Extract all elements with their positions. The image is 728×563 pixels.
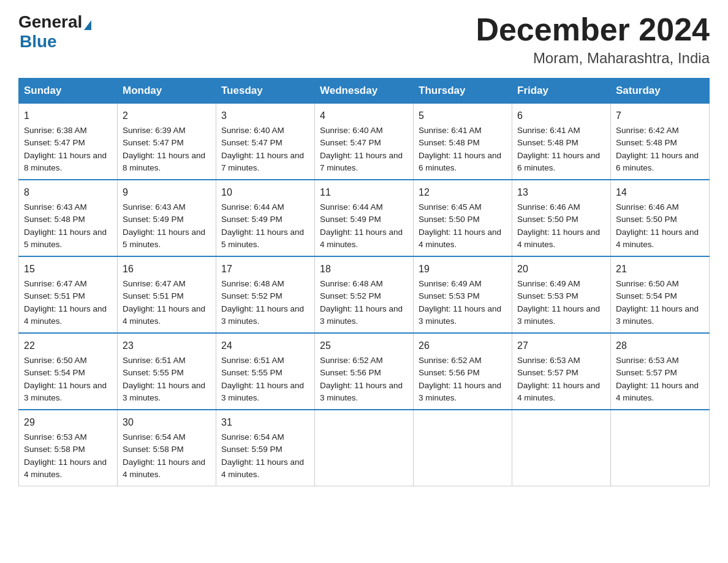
logo-general-text: General <box>18 12 82 32</box>
calendar-cell: 30Sunrise: 6:54 AMSunset: 5:58 PMDayligh… <box>118 410 216 486</box>
day-info: Sunrise: 6:51 AMSunset: 5:55 PMDaylight:… <box>221 354 309 404</box>
day-info: Sunrise: 6:48 AMSunset: 5:52 PMDaylight:… <box>221 278 309 327</box>
calendar-cell: 29Sunrise: 6:53 AMSunset: 5:58 PMDayligh… <box>19 410 118 486</box>
day-info: Sunrise: 6:54 AMSunset: 5:59 PMDaylight:… <box>221 431 309 481</box>
logo-triangle-icon <box>84 20 91 30</box>
day-info: Sunrise: 6:53 AMSunset: 5:57 PMDaylight:… <box>616 354 704 404</box>
day-number: 6 <box>517 109 605 123</box>
day-info: Sunrise: 6:52 AMSunset: 5:56 PMDaylight:… <box>419 354 507 404</box>
weekday-header-tuesday: Tuesday <box>216 79 315 104</box>
day-number: 3 <box>221 109 309 123</box>
weekday-header-monday: Monday <box>118 79 216 104</box>
day-number: 5 <box>419 109 507 123</box>
calendar-week-row: 15Sunrise: 6:47 AMSunset: 5:51 PMDayligh… <box>19 256 710 333</box>
calendar-cell: 3Sunrise: 6:40 AMSunset: 5:47 PMDaylight… <box>216 104 315 180</box>
day-info: Sunrise: 6:39 AMSunset: 5:47 PMDaylight:… <box>123 124 211 174</box>
day-number: 4 <box>320 109 408 123</box>
day-number: 28 <box>616 339 704 353</box>
calendar-cell: 13Sunrise: 6:46 AMSunset: 5:50 PMDayligh… <box>512 180 611 256</box>
calendar-cell: 31Sunrise: 6:54 AMSunset: 5:59 PMDayligh… <box>216 410 315 486</box>
day-number: 7 <box>616 109 704 123</box>
day-info: Sunrise: 6:43 AMSunset: 5:48 PMDaylight:… <box>24 201 112 251</box>
day-info: Sunrise: 6:53 AMSunset: 5:57 PMDaylight:… <box>517 354 605 404</box>
calendar-cell: 1Sunrise: 6:38 AMSunset: 5:47 PMDaylight… <box>19 104 118 180</box>
calendar-cell <box>414 410 512 486</box>
day-number: 19 <box>419 262 507 277</box>
calendar-cell: 23Sunrise: 6:51 AMSunset: 5:55 PMDayligh… <box>118 333 216 410</box>
calendar-cell: 21Sunrise: 6:50 AMSunset: 5:54 PMDayligh… <box>611 256 710 333</box>
day-info: Sunrise: 6:43 AMSunset: 5:49 PMDaylight:… <box>123 201 211 251</box>
calendar-cell: 4Sunrise: 6:40 AMSunset: 5:47 PMDaylight… <box>315 104 414 180</box>
day-info: Sunrise: 6:51 AMSunset: 5:55 PMDaylight:… <box>123 354 211 404</box>
calendar-table: SundayMondayTuesdayWednesdayThursdayFrid… <box>18 78 710 486</box>
day-info: Sunrise: 6:44 AMSunset: 5:49 PMDaylight:… <box>320 201 408 251</box>
calendar-cell: 25Sunrise: 6:52 AMSunset: 5:56 PMDayligh… <box>315 333 414 410</box>
day-number: 11 <box>320 185 408 200</box>
day-info: Sunrise: 6:40 AMSunset: 5:47 PMDaylight:… <box>221 124 309 174</box>
day-number: 9 <box>123 185 211 200</box>
calendar-cell: 27Sunrise: 6:53 AMSunset: 5:57 PMDayligh… <box>512 333 611 410</box>
day-info: Sunrise: 6:40 AMSunset: 5:47 PMDaylight:… <box>320 124 408 174</box>
day-number: 29 <box>24 415 112 430</box>
calendar-cell: 6Sunrise: 6:41 AMSunset: 5:48 PMDaylight… <box>512 104 611 180</box>
calendar-cell <box>315 410 414 486</box>
calendar-cell: 18Sunrise: 6:48 AMSunset: 5:52 PMDayligh… <box>315 256 414 333</box>
calendar-cell: 9Sunrise: 6:43 AMSunset: 5:49 PMDaylight… <box>118 180 216 256</box>
day-number: 31 <box>221 415 309 430</box>
day-number: 25 <box>320 339 408 353</box>
weekday-header-saturday: Saturday <box>611 79 710 104</box>
month-title: December 2024 <box>476 12 710 47</box>
day-info: Sunrise: 6:46 AMSunset: 5:50 PMDaylight:… <box>517 201 605 251</box>
calendar-cell: 7Sunrise: 6:42 AMSunset: 5:48 PMDaylight… <box>611 104 710 180</box>
calendar-cell: 11Sunrise: 6:44 AMSunset: 5:49 PMDayligh… <box>315 180 414 256</box>
calendar-cell: 10Sunrise: 6:44 AMSunset: 5:49 PMDayligh… <box>216 180 315 256</box>
weekday-header-friday: Friday <box>512 79 611 104</box>
day-info: Sunrise: 6:49 AMSunset: 5:53 PMDaylight:… <box>517 278 605 327</box>
calendar-cell: 17Sunrise: 6:48 AMSunset: 5:52 PMDayligh… <box>216 256 315 333</box>
day-number: 14 <box>616 185 704 200</box>
day-number: 22 <box>24 339 112 353</box>
logo: General Blue <box>18 12 91 52</box>
day-number: 27 <box>517 339 605 353</box>
day-number: 10 <box>221 185 309 200</box>
calendar-week-row: 22Sunrise: 6:50 AMSunset: 5:54 PMDayligh… <box>19 333 710 410</box>
day-info: Sunrise: 6:38 AMSunset: 5:47 PMDaylight:… <box>24 124 112 174</box>
day-info: Sunrise: 6:41 AMSunset: 5:48 PMDaylight:… <box>419 124 507 174</box>
calendar-cell: 5Sunrise: 6:41 AMSunset: 5:48 PMDaylight… <box>414 104 512 180</box>
calendar-cell: 28Sunrise: 6:53 AMSunset: 5:57 PMDayligh… <box>611 333 710 410</box>
day-number: 12 <box>419 185 507 200</box>
calendar-cell: 22Sunrise: 6:50 AMSunset: 5:54 PMDayligh… <box>19 333 118 410</box>
calendar-cell: 24Sunrise: 6:51 AMSunset: 5:55 PMDayligh… <box>216 333 315 410</box>
calendar-cell: 19Sunrise: 6:49 AMSunset: 5:53 PMDayligh… <box>414 256 512 333</box>
day-info: Sunrise: 6:49 AMSunset: 5:53 PMDaylight:… <box>419 278 507 327</box>
day-number: 17 <box>221 262 309 277</box>
day-number: 1 <box>24 109 112 123</box>
day-number: 16 <box>123 262 211 277</box>
day-number: 26 <box>419 339 507 353</box>
title-block: December 2024 Moram, Maharashtra, India <box>476 12 710 67</box>
day-number: 18 <box>320 262 408 277</box>
calendar-cell <box>611 410 710 486</box>
calendar-week-row: 29Sunrise: 6:53 AMSunset: 5:58 PMDayligh… <box>19 410 710 486</box>
weekday-header-thursday: Thursday <box>414 79 512 104</box>
day-info: Sunrise: 6:50 AMSunset: 5:54 PMDaylight:… <box>24 354 112 404</box>
day-info: Sunrise: 6:54 AMSunset: 5:58 PMDaylight:… <box>123 431 211 481</box>
day-info: Sunrise: 6:47 AMSunset: 5:51 PMDaylight:… <box>123 278 211 327</box>
calendar-week-row: 8Sunrise: 6:43 AMSunset: 5:48 PMDaylight… <box>19 180 710 256</box>
day-number: 2 <box>123 109 211 123</box>
weekday-header-row: SundayMondayTuesdayWednesdayThursdayFrid… <box>19 79 710 104</box>
day-info: Sunrise: 6:50 AMSunset: 5:54 PMDaylight:… <box>616 278 704 327</box>
day-number: 15 <box>24 262 112 277</box>
day-info: Sunrise: 6:41 AMSunset: 5:48 PMDaylight:… <box>517 124 605 174</box>
day-info: Sunrise: 6:44 AMSunset: 5:49 PMDaylight:… <box>221 201 309 251</box>
calendar-cell: 20Sunrise: 6:49 AMSunset: 5:53 PMDayligh… <box>512 256 611 333</box>
weekday-header-sunday: Sunday <box>19 79 118 104</box>
calendar-cell: 14Sunrise: 6:46 AMSunset: 5:50 PMDayligh… <box>611 180 710 256</box>
day-info: Sunrise: 6:45 AMSunset: 5:50 PMDaylight:… <box>419 201 507 251</box>
location-title: Moram, Maharashtra, India <box>476 50 710 67</box>
day-number: 23 <box>123 339 211 353</box>
day-number: 24 <box>221 339 309 353</box>
day-number: 13 <box>517 185 605 200</box>
calendar-cell: 8Sunrise: 6:43 AMSunset: 5:48 PMDaylight… <box>19 180 118 256</box>
day-info: Sunrise: 6:46 AMSunset: 5:50 PMDaylight:… <box>616 201 704 251</box>
